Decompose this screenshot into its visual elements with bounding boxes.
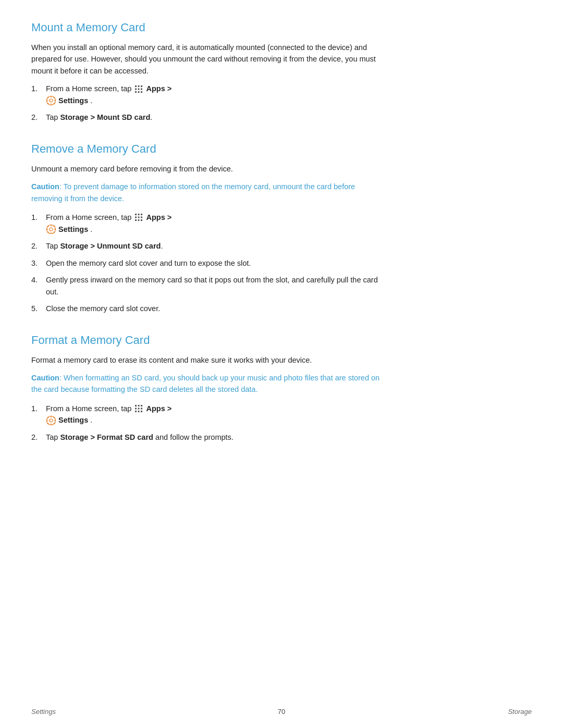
remove-step-4-num: 4. (31, 274, 46, 286)
apps-icon-remove (134, 213, 143, 221)
svg-rect-24 (141, 217, 142, 218)
mount-step-1-content: From a Home screen, tap (46, 83, 386, 106)
remove-step-3: 3. Open the memory card slot cover and t… (31, 257, 386, 269)
remove-step-3-num: 3. (31, 257, 46, 269)
format-caution-text: : When formatting an SD card, you should… (31, 374, 380, 393)
mount-step-2-bold: Storage > Mount SD card (60, 113, 150, 121)
format-step-2-num: 2. (31, 431, 46, 443)
remove-step-3-content: Open the memory card slot cover and turn… (46, 257, 386, 269)
footer-center: 70 (278, 708, 285, 715)
section-body-format: Format a memory card to erase its conten… (31, 354, 386, 366)
format-caution: Caution: When formatting an SD card, you… (31, 372, 386, 396)
svg-rect-43 (141, 408, 142, 410)
remove-step-1-num: 1. (31, 212, 46, 223)
svg-rect-40 (141, 405, 142, 406)
footer-right: Storage (508, 708, 532, 715)
svg-rect-42 (138, 408, 140, 410)
mount-step-1: 1. From a Home screen, tap (31, 83, 386, 106)
remove-step-1: 1. From a Home screen, tap (31, 212, 386, 235)
svg-rect-23 (138, 217, 140, 218)
svg-rect-27 (141, 219, 142, 221)
settings-label-format: Settings (58, 416, 88, 424)
svg-rect-1 (138, 85, 140, 87)
remove-step-5-content: Close the memory card slot cover. (46, 303, 386, 314)
format-step-2: 2. Tap Storage > Format SD card and foll… (31, 431, 386, 443)
svg-point-48 (50, 419, 53, 422)
format-step-2-content: Tap Storage > Format SD card and follow … (46, 431, 386, 443)
mount-step-2-num: 2. (31, 112, 46, 123)
format-step-1-content: From a Home screen, tap (46, 403, 386, 426)
svg-rect-7 (138, 91, 140, 93)
section-body-mount: When you install an optional memory card… (31, 42, 386, 77)
format-step-1-num: 1. (31, 403, 46, 414)
section-title-mount: Mount a Memory Card (31, 21, 386, 34)
svg-rect-3 (135, 88, 137, 90)
svg-rect-45 (138, 411, 140, 412)
svg-rect-44 (135, 411, 137, 412)
remove-caution-label: Caution (31, 182, 59, 191)
remove-intro: Unmount a memory card before removing it… (31, 163, 386, 175)
remove-step-1-content: From a Home screen, tap (46, 212, 386, 235)
remove-step-2-bold: Storage > Unmount SD card (60, 242, 161, 250)
format-caution-label: Caution (31, 374, 59, 382)
apps-label-remove: Apps > (146, 213, 172, 221)
remove-step-4-content: Gently press inward on the memory card s… (46, 274, 386, 298)
section-format: Format a Memory Card Format a memory car… (31, 334, 386, 443)
settings-label: Settings (58, 96, 88, 105)
svg-rect-25 (135, 219, 137, 221)
format-steps: 1. From a Home screen, tap (31, 403, 386, 443)
svg-rect-20 (138, 214, 140, 215)
svg-rect-8 (141, 91, 142, 93)
page-content: Mount a Memory Card When you install an … (0, 0, 417, 503)
remove-caution: Caution: To prevent damage to informatio… (31, 181, 386, 204)
remove-caution-text: : To prevent damage to information store… (31, 182, 355, 202)
svg-rect-26 (138, 219, 140, 221)
svg-rect-41 (135, 408, 137, 410)
svg-rect-0 (135, 85, 137, 87)
format-step-1: 1. From a Home screen, tap (31, 403, 386, 426)
svg-rect-38 (135, 405, 137, 406)
mount-step-2: 2. Tap Storage > Mount SD card. (31, 112, 386, 123)
mount-intro: When you install an optional memory card… (31, 42, 386, 77)
svg-rect-19 (135, 214, 137, 215)
settings-icon-format (46, 416, 56, 425)
remove-step-2-num: 2. (31, 240, 46, 252)
settings-icon-remove (46, 225, 56, 234)
apps-label-format: Apps > (146, 404, 172, 413)
remove-step-4: 4. Gently press inward on the memory car… (31, 274, 386, 298)
remove-step-2: 2. Tap Storage > Unmount SD card. (31, 240, 386, 252)
mount-steps: 1. From a Home screen, tap (31, 83, 386, 123)
mount-step-1-num: 1. (31, 83, 46, 94)
section-title-format: Format a Memory Card (31, 334, 386, 347)
remove-step-2-content: Tap Storage > Unmount SD card. (46, 240, 386, 252)
apps-icon (134, 85, 143, 93)
svg-rect-46 (141, 411, 142, 412)
apps-icon-format (134, 404, 143, 413)
svg-rect-39 (138, 405, 140, 406)
svg-rect-2 (141, 85, 142, 87)
remove-steps: 1. From a Home screen, tap (31, 212, 386, 314)
section-mount: Mount a Memory Card When you install an … (31, 21, 386, 124)
svg-rect-5 (141, 88, 142, 90)
svg-rect-22 (135, 217, 137, 218)
section-title-remove: Remove a Memory Card (31, 142, 386, 156)
svg-rect-6 (135, 91, 137, 93)
footer-left: Settings (31, 708, 56, 715)
section-body-remove: Unmount a memory card before removing it… (31, 163, 386, 175)
format-step-2-bold: Storage > Format SD card (60, 433, 153, 441)
settings-icon (46, 96, 56, 105)
apps-label: Apps > (146, 84, 172, 93)
svg-point-10 (50, 99, 53, 102)
remove-step-5-num: 5. (31, 303, 46, 314)
remove-step-5: 5. Close the memory card slot cover. (31, 303, 386, 314)
svg-point-29 (50, 228, 53, 231)
mount-step-2-content: Tap Storage > Mount SD card. (46, 112, 386, 123)
section-remove: Remove a Memory Card Unmount a memory ca… (31, 142, 386, 315)
svg-rect-4 (138, 88, 140, 90)
svg-rect-21 (141, 214, 142, 215)
settings-label-remove: Settings (58, 225, 88, 233)
format-intro: Format a memory card to erase its conten… (31, 354, 386, 366)
